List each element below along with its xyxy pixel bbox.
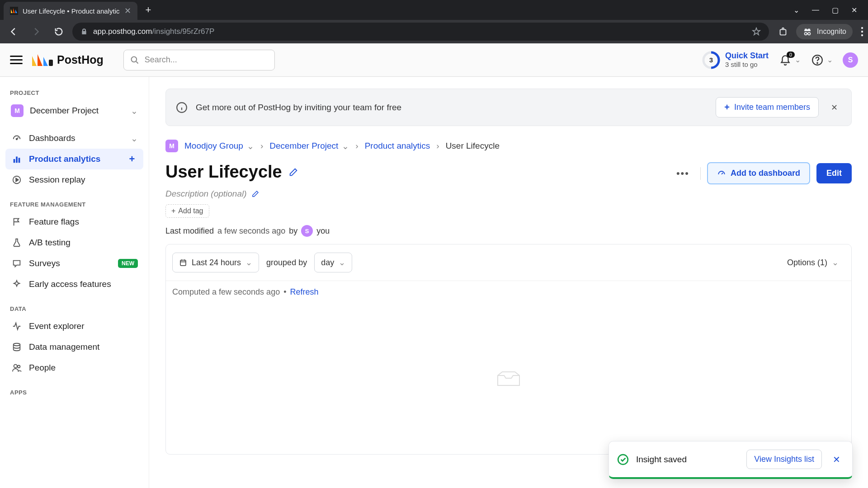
close-window-icon[interactable]: ✕ <box>851 6 857 14</box>
chevron-down-icon[interactable]: ⌄ <box>795 56 801 64</box>
banner-close-button[interactable]: ✕ <box>827 100 841 115</box>
svg-rect-23 <box>180 260 186 266</box>
browser-chrome: User Lifecycle • Product analytic ✕ + ⌄ … <box>0 0 868 43</box>
extensions-icon[interactable] <box>778 27 788 37</box>
modified-time: a few seconds ago <box>217 226 285 236</box>
browser-tab[interactable]: User Lifecycle • Product analytic ✕ <box>4 2 137 20</box>
forward-button[interactable] <box>27 23 45 41</box>
window-controls: ⌄ — ▢ ✕ <box>793 6 864 14</box>
flag-icon <box>11 216 23 228</box>
project-badge: M <box>11 104 24 117</box>
sidebar-item-dashboards[interactable]: Dashboards ⌄ <box>5 128 143 149</box>
close-icon[interactable]: ✕ <box>124 6 131 16</box>
description-row[interactable]: Description (optional) <box>165 189 852 199</box>
activity-icon <box>11 320 23 332</box>
title-row: User Lifecycle ••• Add to dashboard Edit <box>165 162 852 184</box>
chevron-down-icon: ⌄ <box>339 258 345 267</box>
sidebar-item-people[interactable]: People <box>5 357 143 378</box>
edit-button[interactable]: Edit <box>816 163 852 183</box>
bookmark-icon[interactable] <box>752 27 761 36</box>
help-button[interactable] <box>811 53 824 67</box>
chevron-down-icon[interactable]: ⌄ <box>827 56 833 64</box>
plus-icon: + <box>171 207 175 215</box>
minimize-icon[interactable]: — <box>812 6 819 14</box>
quick-start-title: Quick Start <box>725 51 769 61</box>
notification-count: 0 <box>787 52 795 58</box>
sidebar-item-ab-testing[interactable]: A/B testing <box>5 232 143 253</box>
sidebar: PROJECT M December Project ⌄ Dashboards … <box>0 77 149 488</box>
empty-state-icon <box>496 367 521 387</box>
modified-prefix: Last modified <box>165 226 214 236</box>
sidebar-item-label: Surveys <box>29 258 60 268</box>
sidebar-item-early-access[interactable]: Early access features <box>5 274 143 295</box>
chart-options-dropdown[interactable]: Options (1) ⌄ <box>781 253 845 272</box>
tab-bar: User Lifecycle • Product analytic ✕ + ⌄ … <box>0 0 868 20</box>
maximize-icon[interactable]: ▢ <box>832 6 839 14</box>
sidebar-project-selector[interactable]: M December Project ⌄ <box>5 100 143 122</box>
sidebar-item-event-explorer[interactable]: Event explorer <box>5 316 143 337</box>
group-by-dropdown[interactable]: day ⌄ <box>314 253 352 272</box>
user-avatar[interactable]: S <box>843 52 858 68</box>
toast-notification: Insight saved View Insights list ✕ <box>609 441 853 479</box>
brand-name: PostHog <box>57 53 104 66</box>
svg-point-20 <box>14 365 17 368</box>
add-tag-button[interactable]: + Add tag <box>165 204 209 218</box>
date-range-label: Last 24 hours <box>192 258 241 267</box>
toast-action-button[interactable]: View Insights list <box>746 450 822 469</box>
new-tab-button[interactable]: + <box>146 4 151 16</box>
back-button[interactable] <box>5 23 23 41</box>
computed-text: Computed a few seconds ago <box>172 287 280 297</box>
svg-point-4 <box>861 27 863 29</box>
date-range-dropdown[interactable]: Last 24 hours ⌄ <box>172 253 259 272</box>
brand-logo[interactable]: PostHog <box>32 53 104 67</box>
svg-point-14 <box>16 138 18 140</box>
info-icon <box>176 102 188 113</box>
title-actions: ••• Add to dashboard Edit <box>672 162 852 184</box>
edit-icon[interactable] <box>288 167 298 177</box>
quick-start-widget[interactable]: 3 Quick Start 3 still to go <box>702 51 769 70</box>
edit-icon[interactable] <box>251 190 259 198</box>
last-modified-row: Last modified a few seconds ago by S you <box>165 225 852 237</box>
breadcrumb-project[interactable]: December Project ⌄ <box>269 141 349 151</box>
breadcrumb-org[interactable]: Moodjoy Group ⌄ <box>184 141 254 151</box>
sidebar-section-apps: APPS <box>5 385 143 399</box>
logo-icon <box>32 53 53 67</box>
reload-button[interactable] <box>50 23 68 41</box>
tab-title: User Lifecycle • Product analytic <box>23 7 120 15</box>
chevron-down-icon: ⌄ <box>342 141 349 151</box>
url-input[interactable]: app.posthog.com/insights/95rZr67P <box>72 23 769 41</box>
sidebar-section-feature: FEATURE MANAGEMENT <box>5 197 143 211</box>
invite-team-button[interactable]: + Invite team members <box>716 97 819 117</box>
sidebar-item-feature-flags[interactable]: Feature flags <box>5 211 143 232</box>
grouped-by-label: grouped by <box>266 258 307 267</box>
more-options-button[interactable]: ••• <box>672 165 694 182</box>
breadcrumb-section[interactable]: Product analytics <box>365 141 430 151</box>
sidebar-item-surveys[interactable]: Surveys NEW <box>5 253 143 274</box>
notifications-button[interactable]: 0 <box>778 53 792 67</box>
chevron-down-icon: ⌄ <box>832 258 839 267</box>
menu-icon[interactable] <box>861 27 863 37</box>
svg-point-13 <box>817 62 818 63</box>
search-input[interactable]: Search... <box>123 50 275 70</box>
sidebar-item-session-replay[interactable]: Session replay <box>5 169 143 190</box>
sidebar-item-label: Session replay <box>29 175 85 185</box>
computed-row: Computed a few seconds ago • Refresh <box>166 281 851 300</box>
chevron-down-icon[interactable]: ⌄ <box>793 6 799 14</box>
address-bar: app.posthog.com/insights/95rZr67P Incogn… <box>0 20 868 43</box>
svg-rect-16 <box>16 157 18 163</box>
sidebar-item-product-analytics[interactable]: Product analytics + <box>5 149 143 169</box>
add-to-dashboard-button[interactable]: Add to dashboard <box>707 162 810 184</box>
chat-icon <box>11 258 23 269</box>
chart-toolbar: Last 24 hours ⌄ grouped by day ⌄ Options… <box>166 244 851 281</box>
refresh-link[interactable]: Refresh <box>290 287 318 297</box>
incognito-label: Incognito <box>817 28 846 36</box>
sidebar-item-data-management[interactable]: Data management <box>5 337 143 357</box>
add-to-dashboard-label: Add to dashboard <box>731 169 800 178</box>
invite-banner: Get more out of PostHog by inviting your… <box>165 89 852 126</box>
incognito-indicator[interactable]: Incognito <box>796 24 853 39</box>
chart-card: Last 24 hours ⌄ grouped by day ⌄ Options… <box>165 244 852 455</box>
add-insight-button[interactable]: + <box>126 153 138 165</box>
toast-close-button[interactable]: ✕ <box>829 452 844 467</box>
menu-toggle-button[interactable] <box>10 54 23 66</box>
bar-chart-icon <box>11 153 23 165</box>
